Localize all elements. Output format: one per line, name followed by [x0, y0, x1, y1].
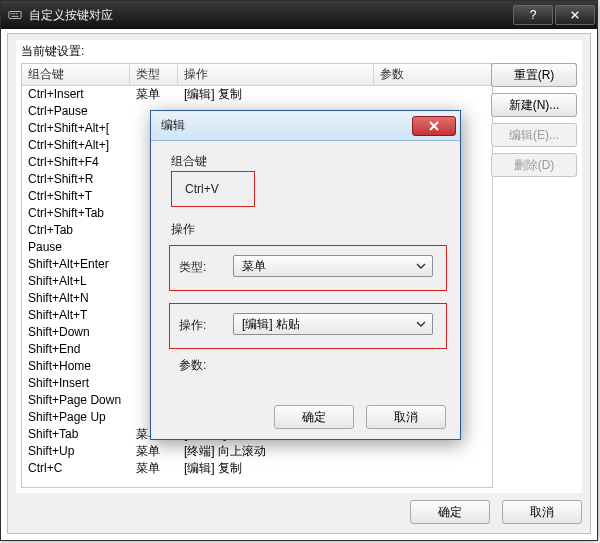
cell-combo: Ctrl+Pause — [22, 103, 130, 120]
table-row[interactable]: Ctrl+Insert菜单[编辑] 复制 — [22, 86, 492, 103]
action-select-value: [编辑] 粘贴 — [242, 316, 300, 333]
current-settings-label: 当前键设置: — [21, 43, 84, 60]
col-action[interactable]: 操作 — [178, 64, 374, 85]
svg-rect-3 — [16, 13, 18, 14]
cell-combo: Shift+Up — [22, 443, 130, 460]
cell-combo: Ctrl+Shift+Tab — [22, 205, 130, 222]
col-type[interactable]: 类型 — [130, 64, 178, 85]
cell-combo: Ctrl+Shift+Alt+] — [22, 137, 130, 154]
cell-combo: Ctrl+Shift+T — [22, 188, 130, 205]
edit-cancel-button[interactable]: 取消 — [366, 405, 446, 429]
type-label: 类型: — [179, 259, 206, 276]
cell-action: [编辑] 复制 — [178, 86, 374, 103]
cell-type: 菜单 — [130, 86, 178, 103]
titlebar[interactable]: 自定义按键对应 ? — [1, 1, 597, 29]
reset-button[interactable]: 重置(R) — [491, 63, 577, 87]
table-row[interactable]: Ctrl+C菜单[编辑] 复制 — [22, 460, 492, 477]
type-select[interactable]: 菜单 — [233, 255, 433, 277]
action-label: 操作: — [179, 317, 206, 334]
type-select-value: 菜单 — [242, 258, 266, 275]
cell-combo: Shift+Page Up — [22, 409, 130, 426]
cell-combo: Shift+Insert — [22, 375, 130, 392]
cell-combo: Shift+Alt+L — [22, 273, 130, 290]
cell-combo: Ctrl+Insert — [22, 86, 130, 103]
table-header: 组合键 类型 操作 参数 — [22, 64, 492, 86]
col-combo[interactable]: 组合键 — [22, 64, 130, 85]
ok-button[interactable]: 确定 — [410, 500, 490, 524]
cell-combo: Shift+Tab — [22, 426, 130, 443]
combo-value: Ctrl+V — [185, 182, 219, 196]
cell-action: [终端] 向上滚动 — [178, 443, 374, 460]
cell-combo: Shift+End — [22, 341, 130, 358]
cell-type: 菜单 — [130, 443, 178, 460]
edit-title: 编辑 — [151, 117, 412, 134]
cell-combo: Ctrl+Shift+F4 — [22, 154, 130, 171]
edit-dialog-buttons: 确定 取消 — [274, 405, 446, 429]
action-select[interactable]: [编辑] 粘贴 — [233, 313, 433, 335]
close-button[interactable] — [555, 5, 595, 25]
param-label: 参数: — [179, 357, 206, 374]
svg-rect-1 — [11, 13, 13, 14]
chevron-down-icon — [416, 318, 426, 332]
cell-combo: Ctrl+C — [22, 460, 130, 477]
cancel-button[interactable]: 取消 — [502, 500, 582, 524]
cell-combo: Shift+Page Down — [22, 392, 130, 409]
keyboard-icon — [7, 7, 23, 23]
edit-dialog: 编辑 组合键 Ctrl+V 操作 类型: 菜单 操作: [编辑] 粘贴 参数: … — [150, 110, 461, 440]
dialog-button-bar: 确定 取消 — [16, 497, 582, 527]
edit-body: 组合键 Ctrl+V 操作 类型: 菜单 操作: [编辑] 粘贴 参数: 确定 … — [151, 141, 460, 439]
cell-param — [374, 86, 492, 103]
edit-ok-button[interactable]: 确定 — [274, 405, 354, 429]
close-icon — [569, 10, 581, 20]
svg-rect-0 — [9, 12, 21, 19]
window-title: 自定义按键对应 — [29, 7, 513, 24]
col-param[interactable]: 参数 — [374, 64, 492, 85]
group-combo-label: 组合键 — [171, 153, 207, 170]
cell-combo: Ctrl+Tab — [22, 222, 130, 239]
cell-combo: Shift+Down — [22, 324, 130, 341]
chevron-down-icon — [416, 260, 426, 274]
edit-close-button[interactable] — [412, 116, 456, 136]
cell-combo: Shift+Alt+T — [22, 307, 130, 324]
table-row[interactable]: Shift+Up菜单[终端] 向上滚动 — [22, 443, 492, 460]
cell-param — [374, 460, 492, 477]
cell-combo: Pause — [22, 239, 130, 256]
cell-combo: Ctrl+Shift+R — [22, 171, 130, 188]
svg-rect-4 — [12, 16, 19, 17]
cell-param — [374, 443, 492, 460]
svg-rect-2 — [13, 13, 15, 14]
group-action-label: 操作 — [171, 221, 195, 238]
close-icon — [428, 120, 440, 132]
cell-action: [编辑] 复制 — [178, 460, 374, 477]
edit-titlebar[interactable]: 编辑 — [151, 111, 460, 141]
cell-combo: Shift+Alt+Enter — [22, 256, 130, 273]
reset-wrap: 重置(R) — [491, 63, 577, 488]
cell-combo: Shift+Home — [22, 358, 130, 375]
help-button[interactable]: ? — [513, 5, 553, 25]
cell-combo: Ctrl+Shift+Alt+[ — [22, 120, 130, 137]
cell-combo: Shift+Alt+N — [22, 290, 130, 307]
cell-type: 菜单 — [130, 460, 178, 477]
